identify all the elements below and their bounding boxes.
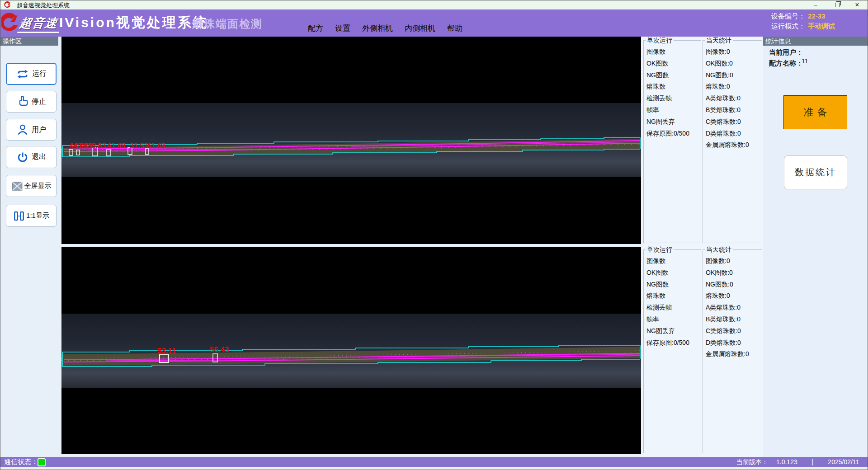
stat-row: 帧率 (646, 104, 700, 116)
menu-item[interactable]: 帮助 (447, 23, 462, 33)
run-mode-value: 手动调试 (808, 22, 835, 30)
fullscreen-button[interactable]: 全屏显示 (6, 175, 57, 197)
stat-row: 检测丢帧 (646, 93, 700, 104)
info-panel-header: 统计信息 (763, 37, 868, 46)
fullscreen-icon (11, 181, 23, 192)
run-button-label: 运行 (32, 69, 47, 79)
sidebar-header: 操作区 (0, 37, 58, 46)
stat-row: OK图数:0 (706, 58, 761, 70)
stat-row: 保存原图:0/500 (646, 128, 700, 140)
stat-row: 检测丢帧 (646, 302, 700, 314)
restore-button[interactable] (835, 3, 840, 7)
group-title: 单次运行 (646, 246, 674, 254)
current-user-label: 当前用户： (769, 48, 803, 57)
group-title: 当天统计 (705, 246, 733, 254)
app-title: IVision视觉处理系统 (59, 14, 208, 32)
stat-row: A类熔珠数:0 (706, 93, 761, 104)
statusbar: 通信状态： 当前版本： 1.0.123 | 2025/02/11 16:57:5… (0, 457, 868, 467)
run-cycle-icon (16, 68, 29, 80)
app-subtitle: 熔珠端面检测 (192, 17, 263, 31)
one-to-one-button[interactable]: 1:1显示 (6, 205, 57, 227)
stat-row: OK图数:0 (706, 267, 761, 279)
stat-row: 图像数 (646, 255, 700, 267)
stat-row: 熔珠数 (646, 81, 700, 93)
stat-row: B类熔珠数:0 (706, 104, 761, 116)
power-icon (16, 151, 29, 164)
app-header: 超音速 IVision视觉处理系统 熔珠端面检测 配方设置外侧相机内侧相机帮助 … (0, 9, 868, 37)
stat-row: NG图数:0 (706, 70, 761, 81)
single-run-group-bottom: 单次运行 图像数OK图数NG图数熔珠数检测丢帧帧率NG图丢弃保存原图:0/500 (643, 249, 701, 453)
titlebar: 超音速视觉处理系统 – × (0, 0, 868, 9)
menu-item[interactable]: 外侧相机 (362, 23, 393, 33)
recipe-name-value: 11 (802, 57, 808, 65)
run-button[interactable]: 运行 (6, 63, 57, 85)
measurement-label: 41.49 (147, 142, 165, 150)
menu-item[interactable]: 设置 (335, 23, 350, 33)
measurement-label: 53.11 (157, 347, 176, 355)
measurement-label: 39.83 (88, 142, 106, 150)
measurement-label: 56.43 (210, 345, 229, 354)
stop-button[interactable]: 停止 (6, 91, 57, 113)
brand-swoosh-icon (1, 12, 19, 34)
stop-button-label: 停止 (32, 97, 46, 107)
stat-row: A类熔珠数:0 (706, 302, 761, 314)
stat-row: 熔珠数 (646, 290, 700, 302)
version-label: 当前版本： (736, 458, 768, 466)
stat-row: 保存原图:0/500 (646, 337, 700, 349)
stat-row: 图像数 (646, 46, 700, 58)
exit-button[interactable]: 退出 (6, 146, 57, 168)
separator: | (812, 458, 814, 466)
recipe-name-label: 配方名称： (769, 59, 803, 68)
single-run-group-top: 单次运行 图像数OK图数NG图数熔珠数检测丢帧帧率NG图丢弃保存原图:0/500 (643, 40, 701, 243)
fullscreen-button-label: 全屏显示 (24, 182, 52, 190)
comm-status-led (38, 458, 46, 466)
version-block: 当前版本： 1.0.123 | 2025/02/11 16:57:56 (736, 458, 868, 466)
minimize-button[interactable]: – (811, 1, 821, 9)
stat-row: D类熔珠数:0 (706, 337, 761, 349)
stat-row: 金属屑熔珠数:0 (706, 348, 761, 360)
app-logo-icon (4, 1, 11, 9)
daily-rows-bottom: 图像数:0OK图数:0NG图数:0熔珠数:0A类熔珠数:0B类熔珠数:0C类熔珠… (706, 255, 761, 360)
app-window: 超音速视觉处理系统 – × 超音速 IVision视觉处理系统 熔珠端面检测 配… (0, 0, 868, 470)
user-button[interactable]: 用户 (6, 119, 57, 141)
stat-row: 帧率 (646, 314, 700, 325)
daily-group-top: 当天统计 图像数:0OK图数:0NG图数:0熔珠数:0A类熔珠数:0B类熔珠数:… (703, 40, 762, 243)
close-button[interactable]: × (852, 1, 862, 9)
stat-row: OK图数 (646, 267, 700, 279)
exit-button-label: 退出 (32, 152, 46, 162)
group-title: 当天统计 (705, 37, 733, 45)
device-number-label: 设备编号： (771, 12, 805, 20)
single-run-rows-top: 图像数OK图数NG图数熔珠数检测丢帧帧率NG图丢弃保存原图:0/500 (646, 46, 700, 139)
user-button-label: 用户 (32, 125, 46, 135)
stat-row: 图像数:0 (706, 46, 761, 58)
stat-row: NG图丢弃 (646, 116, 700, 128)
stat-row: NG图数 (646, 279, 700, 291)
daily-group-bottom: 当天统计 图像数:0OK图数:0NG图数:0熔珠数:0A类熔珠数:0B类熔珠数:… (703, 249, 762, 453)
data-statistics-button[interactable]: 数据统计 (784, 155, 847, 189)
run-mode-label: 运行模式： (771, 22, 805, 30)
group-title: 单次运行 (646, 37, 674, 45)
stop-hand-icon (16, 95, 29, 108)
stat-row: NG图丢弃 (646, 325, 700, 337)
stat-row: B类熔珠数:0 (706, 314, 761, 325)
stat-row: 金属屑熔珠数:0 (706, 139, 761, 151)
measurement-label: 31.53 (130, 142, 148, 150)
main-menu: 配方设置外侧相机内侧相机帮助 (308, 23, 462, 33)
stat-row: C类熔珠数:0 (706, 116, 761, 128)
menu-item[interactable]: 内侧相机 (405, 23, 435, 33)
measurement-label: 41.49 (107, 142, 125, 150)
stat-row: 图像数:0 (706, 255, 761, 267)
brand-logo-text: 超音速 (17, 15, 61, 33)
ready-button[interactable]: 准备 (783, 95, 847, 129)
device-info: 设备编号：22-33 运行模式：手动调试 (771, 11, 835, 31)
user-icon (16, 123, 29, 136)
version-value: 1.0.123 (776, 458, 797, 466)
stat-row: OK图数 (646, 58, 700, 70)
menu-item[interactable]: 配方 (308, 23, 323, 33)
single-run-rows-bottom: 图像数OK图数NG图数熔珠数检测丢帧帧率NG图丢弃保存原图:0/500 (646, 255, 700, 348)
status-date: 2025/02/11 (828, 458, 859, 466)
one-to-one-icon (13, 210, 25, 222)
window-title: 超音速视觉处理系统 (17, 1, 70, 9)
stat-row: D类熔珠数:0 (706, 128, 761, 140)
daily-rows-top: 图像数:0OK图数:0NG图数:0熔珠数:0A类熔珠数:0B类熔珠数:0C类熔珠… (706, 46, 761, 151)
